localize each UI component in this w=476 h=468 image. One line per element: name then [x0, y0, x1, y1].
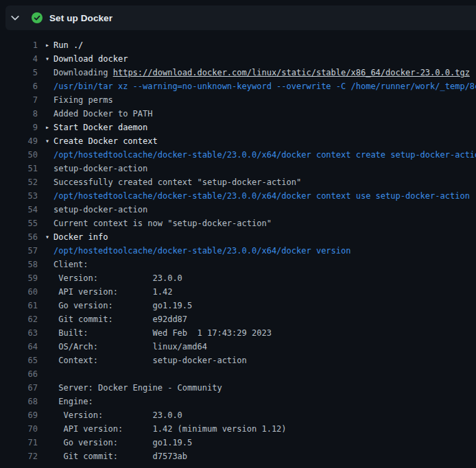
- log-text-segment: Download docker: [53, 54, 128, 64]
- line-number[interactable]: 6: [0, 79, 38, 93]
- log-line: 64 OS/Arch: linux/amd64: [0, 340, 476, 354]
- line-number[interactable]: 5: [0, 66, 38, 79]
- log-line: 53 /opt/hostedtoolcache/docker-stable/23…: [0, 189, 476, 203]
- group-toggle-icon: [45, 244, 53, 258]
- line-number[interactable]: 50: [0, 148, 38, 162]
- log-text: Go version: go1.19.5: [53, 436, 192, 449]
- group-toggle-icon: [45, 449, 53, 463]
- line-number[interactable]: 65: [0, 354, 38, 367]
- line-number[interactable]: 60: [0, 285, 38, 299]
- log-text-segment: setup-docker-action: [53, 205, 147, 214]
- log-line: 1 ▸ Run ./: [0, 38, 476, 52]
- line-number[interactable]: 72: [0, 449, 38, 463]
- group-toggle-icon: [45, 189, 53, 203]
- log-text: Start Docker daemon: [53, 121, 147, 134]
- log-text: Added Docker to PATH: [53, 107, 153, 121]
- log-line: 68 Engine:: [0, 395, 476, 408]
- line-number[interactable]: 9: [0, 121, 38, 134]
- line-number[interactable]: 53: [0, 189, 38, 203]
- line-number[interactable]: 69: [0, 408, 38, 422]
- log-line: 56 ▾ Docker info: [0, 230, 476, 244]
- line-number[interactable]: 55: [0, 217, 38, 230]
- log-line: 55 Current context is now "setup-docker-…: [0, 217, 476, 230]
- line-number[interactable]: 57: [0, 244, 38, 258]
- line-number[interactable]: 58: [0, 258, 38, 271]
- line-number[interactable]: 1: [0, 38, 38, 52]
- line-number[interactable]: 59: [0, 271, 38, 285]
- group-toggle-icon: [45, 408, 53, 422]
- log-text-segment: Run ./: [53, 40, 83, 50]
- log-text: Built: Wed Feb 1 17:43:29 2023: [53, 326, 272, 340]
- log-area: 1 ▸ Run ./ 4 ▾ Download docker 5 Downloa…: [0, 30, 476, 463]
- log-line: 59 Version: 23.0.0: [0, 271, 476, 285]
- line-number[interactable]: 52: [0, 175, 38, 189]
- log-line: 50 /opt/hostedtoolcache/docker-stable/23…: [0, 148, 476, 162]
- log-line: 49 ▾ Create Docker context: [0, 134, 476, 148]
- line-number[interactable]: 56: [0, 230, 38, 244]
- log-text-segment: Git commit: d7573ab: [53, 452, 187, 461]
- line-number[interactable]: 61: [0, 299, 38, 312]
- step-header[interactable]: Set up Docker: [5, 5, 476, 30]
- line-number[interactable]: 66: [0, 367, 38, 381]
- log-text-segment: /opt/hostedtoolcache/docker-stable/23.0.…: [53, 191, 470, 201]
- log-text: Version: 23.0.0: [53, 271, 182, 285]
- line-number[interactable]: 54: [0, 203, 38, 217]
- group-toggle-icon: [45, 66, 53, 79]
- log-text-segment: Engine:: [53, 397, 93, 406]
- log-text: Fixing perms: [53, 93, 113, 107]
- group-toggle-icon: [45, 422, 53, 436]
- line-number[interactable]: 51: [0, 162, 38, 175]
- log-link[interactable]: https://download.docker.com/linux/static…: [113, 68, 470, 77]
- log-text-segment: Successfully created context "setup-dock…: [53, 177, 301, 187]
- group-toggle-icon: [45, 395, 53, 408]
- group-expanded-icon[interactable]: ▾: [45, 134, 53, 148]
- log-text: Current context is now "setup-docker-act…: [53, 217, 272, 230]
- group-toggle-icon: [45, 340, 53, 354]
- log-line: 57 /opt/hostedtoolcache/docker-stable/23…: [0, 244, 476, 258]
- log-text-segment: Context: setup-docker-action: [53, 356, 247, 365]
- line-number[interactable]: 62: [0, 312, 38, 326]
- line-number[interactable]: 64: [0, 340, 38, 354]
- log-text-segment: setup-docker-action: [53, 164, 147, 173]
- line-number[interactable]: 63: [0, 326, 38, 340]
- group-collapsed-icon[interactable]: ▸: [45, 38, 53, 52]
- group-toggle-icon: [45, 217, 53, 230]
- log-text: Go version: go1.19.5: [53, 299, 192, 312]
- log-text-segment: Go version: go1.19.5: [53, 301, 192, 310]
- log-text-segment: Start Docker daemon: [53, 123, 147, 132]
- log-line: 52 Successfully created context "setup-d…: [0, 175, 476, 189]
- log-text-segment: Version: 23.0.0: [53, 273, 182, 283]
- log-text: /usr/bin/tar xz --warning=no-unknown-key…: [53, 79, 476, 93]
- group-expanded-icon[interactable]: ▾: [45, 230, 53, 244]
- line-number[interactable]: 68: [0, 395, 38, 408]
- log-text: Context: setup-docker-action: [53, 354, 247, 367]
- line-number[interactable]: 67: [0, 381, 38, 395]
- line-number[interactable]: 7: [0, 93, 38, 107]
- chevron-down-icon[interactable]: [10, 12, 21, 23]
- line-number[interactable]: 4: [0, 52, 38, 66]
- log-text: OS/Arch: linux/amd64: [53, 340, 207, 354]
- group-expanded-icon[interactable]: ▾: [45, 52, 53, 66]
- line-number[interactable]: 49: [0, 134, 38, 148]
- log-line: 54 setup-docker-action: [0, 203, 476, 217]
- group-toggle-icon: [45, 107, 53, 121]
- log-text-segment: /opt/hostedtoolcache/docker-stable/23.0.…: [53, 150, 476, 160]
- log-line: 63 Built: Wed Feb 1 17:43:29 2023: [0, 326, 476, 340]
- line-number[interactable]: 71: [0, 436, 38, 449]
- group-toggle-icon: [45, 312, 53, 326]
- log-line: 65 Context: setup-docker-action: [0, 354, 476, 367]
- group-toggle-icon: [45, 271, 53, 285]
- line-number[interactable]: 70: [0, 422, 38, 436]
- log-text-segment: Client:: [53, 260, 88, 269]
- log-line: 71 Go version: go1.19.5: [0, 436, 476, 449]
- group-toggle-icon: [45, 299, 53, 312]
- group-toggle-icon: [45, 436, 53, 449]
- log-text-segment: Server: Docker Engine - Community: [53, 383, 222, 393]
- group-collapsed-icon[interactable]: ▸: [45, 121, 53, 134]
- log-text: Run ./: [53, 38, 83, 52]
- line-number[interactable]: 8: [0, 107, 38, 121]
- log-text: Successfully created context "setup-dock…: [53, 175, 301, 189]
- log-line: 70 API version: 1.42 (minimum version 1.…: [0, 422, 476, 436]
- log-text: Docker info: [53, 230, 108, 244]
- log-text-segment: API version: 1.42 (minimum version 1.12): [53, 424, 287, 434]
